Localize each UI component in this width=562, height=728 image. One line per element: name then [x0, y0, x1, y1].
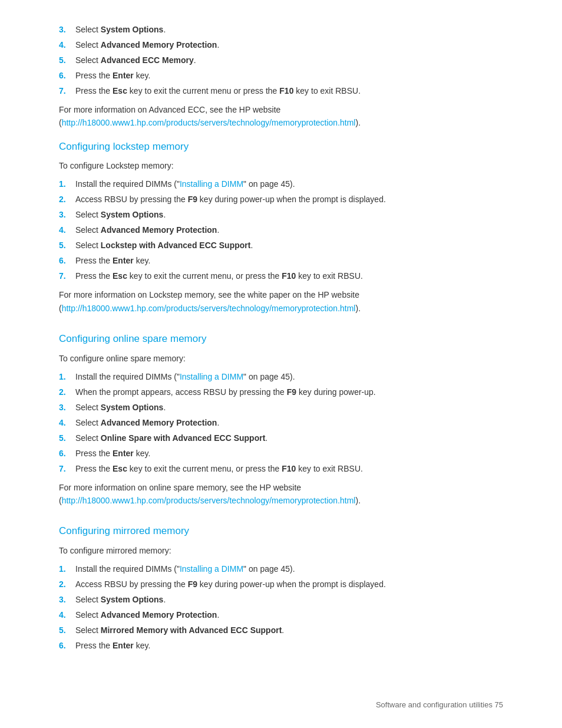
dimm-link[interactable]: Installing a DIMM [180, 564, 243, 574]
online-spare-note: For more information on online spare mem… [59, 481, 503, 508]
list-item: 4. Select Advanced Memory Protection. [59, 39, 503, 51]
list-item: 3. Select System Options. [59, 209, 503, 221]
list-item: 5. Select Online Spare with Advanced ECC… [59, 432, 503, 444]
list-num: 2. [59, 386, 75, 398]
list-item: 7. Press the Esc key to exit the current… [59, 463, 503, 475]
online-spare-intro: To configure online spare memory: [59, 353, 503, 365]
list-num: 1. [59, 371, 75, 383]
mirrored-section: Configuring mirrored memory To configure… [59, 523, 503, 652]
dimm-link[interactable]: Installing a DIMM [180, 179, 243, 189]
page: 3. Select System Options. 4. Select Adva… [0, 0, 562, 728]
list-num: 6. [59, 447, 75, 460]
list-content: Press the Enter key. [75, 640, 503, 652]
list-item: 1. Install the required DIMMs ("Installi… [59, 371, 503, 383]
list-num: 7. [59, 463, 75, 475]
mirrored-list: 1. Install the required DIMMs ("Installi… [59, 563, 503, 652]
list-num: 5. [59, 624, 75, 637]
lockstep-intro: To configure Lockstep memory: [59, 160, 503, 172]
list-content: Install the required DIMMs ("Installing … [75, 563, 503, 575]
lockstep-section: Configuring lockstep memory To configure… [59, 139, 503, 315]
list-num: 3. [59, 209, 75, 221]
hp-link[interactable]: http://h18000.www1.hp.com/products/serve… [62, 304, 356, 313]
list-num: 3. [59, 24, 75, 36]
list-num: 6. [59, 640, 75, 652]
online-spare-title: Configuring online spare memory [59, 331, 503, 347]
list-content: Select System Options. [75, 209, 503, 221]
list-item: 5. Select Mirrored Memory with Advanced … [59, 624, 503, 637]
list-num: 3. [59, 401, 75, 414]
list-item: 3. Select System Options. [59, 401, 503, 414]
list-num: 3. [59, 594, 75, 606]
list-item: 4. Select Advanced Memory Protection. [59, 609, 503, 621]
list-num: 2. [59, 578, 75, 591]
mirrored-title: Configuring mirrored memory [59, 523, 503, 539]
list-num: 4. [59, 224, 75, 236]
list-num: 6. [59, 255, 75, 267]
list-content: Select System Options. [75, 24, 503, 36]
lockstep-list: 1. Install the required DIMMs ("Installi… [59, 178, 503, 282]
page-footer: Software and configuration utilities 75 [376, 699, 503, 711]
list-num: 4. [59, 609, 75, 621]
list-num: 7. [59, 85, 75, 97]
hp-link[interactable]: http://h18000.www1.hp.com/products/serve… [62, 496, 356, 505]
list-num: 5. [59, 239, 75, 252]
list-content: Select Advanced Memory Protection. [75, 417, 503, 429]
list-item: 1. Install the required DIMMs ("Installi… [59, 563, 503, 575]
list-num: 6. [59, 70, 75, 82]
list-content: Press the Esc key to exit the current me… [75, 463, 503, 475]
note-text: For more information on Advanced ECC, se… [59, 103, 503, 130]
list-item: 1. Install the required DIMMs ("Installi… [59, 178, 503, 190]
list-num: 4. [59, 417, 75, 429]
list-content: Select System Options. [75, 401, 503, 414]
list-content: Select Advanced Memory Protection. [75, 39, 503, 51]
hp-link[interactable]: http://h18000.www1.hp.com/products/serve… [62, 118, 356, 127]
list-item: 6. Press the Enter key. [59, 70, 503, 82]
list-content: Access RBSU by pressing the F9 key durin… [75, 578, 503, 591]
list-content: Press the Enter key. [75, 255, 503, 267]
list-num: 4. [59, 39, 75, 51]
list-content: Access RBSU by pressing the F9 key durin… [75, 193, 503, 206]
lockstep-title: Configuring lockstep memory [59, 139, 503, 154]
list-item: 2. Access RBSU by pressing the F9 key du… [59, 193, 503, 206]
list-content: Select Advanced Memory Protection. [75, 609, 503, 621]
list-item: 5. Select Lockstep with Advanced ECC Sup… [59, 239, 503, 252]
lockstep-note: For more information on Lockstep memory,… [59, 288, 503, 315]
list-content: Press the Esc key to exit the current me… [75, 270, 503, 282]
list-item: 7. Press the Esc key to exit the current… [59, 270, 503, 282]
list-num: 1. [59, 563, 75, 575]
list-content: Select System Options. [75, 594, 503, 606]
list-content: Select Mirrored Memory with Advanced ECC… [75, 624, 503, 637]
list-content: Press the Esc key to exit the current me… [75, 85, 503, 97]
list-item: 5. Select Advanced ECC Memory. [59, 54, 503, 67]
list-num: 7. [59, 270, 75, 282]
online-spare-section: Configuring online spare memory To confi… [59, 331, 503, 507]
list-item: 4. Select Advanced Memory Protection. [59, 417, 503, 429]
list-item: 6. Press the Enter key. [59, 447, 503, 460]
dimm-link[interactable]: Installing a DIMM [180, 372, 243, 381]
list-num: 1. [59, 178, 75, 190]
top-section: 3. Select System Options. 4. Select Adva… [59, 24, 503, 130]
list-item: 3. Select System Options. [59, 24, 503, 36]
list-content: Select Online Spare with Advanced ECC Su… [75, 432, 503, 444]
list-content: When the prompt appears, access RBSU by … [75, 386, 503, 398]
mirrored-intro: To configure mirrored memory: [59, 545, 503, 557]
list-content: Press the Enter key. [75, 447, 503, 460]
list-item: 3. Select System Options. [59, 594, 503, 606]
list-content: Select Advanced Memory Protection. [75, 224, 503, 236]
list-item: 6. Press the Enter key. [59, 640, 503, 652]
list-item: 2. Access RBSU by pressing the F9 key du… [59, 578, 503, 591]
list-num: 5. [59, 54, 75, 67]
list-content: Install the required DIMMs ("Installing … [75, 371, 503, 383]
list-item: 2. When the prompt appears, access RBSU … [59, 386, 503, 398]
list-item: 4. Select Advanced Memory Protection. [59, 224, 503, 236]
list-content: Press the Enter key. [75, 70, 503, 82]
top-list: 3. Select System Options. 4. Select Adva… [59, 24, 503, 97]
list-num: 2. [59, 193, 75, 206]
online-spare-list: 1. Install the required DIMMs ("Installi… [59, 371, 503, 475]
list-content: Select Lockstep with Advanced ECC Suppor… [75, 239, 503, 252]
list-content: Select Advanced ECC Memory. [75, 54, 503, 67]
list-item: 6. Press the Enter key. [59, 255, 503, 267]
list-content: Install the required DIMMs ("Installing … [75, 178, 503, 190]
list-item: 7. Press the Esc key to exit the current… [59, 85, 503, 97]
list-num: 5. [59, 432, 75, 444]
